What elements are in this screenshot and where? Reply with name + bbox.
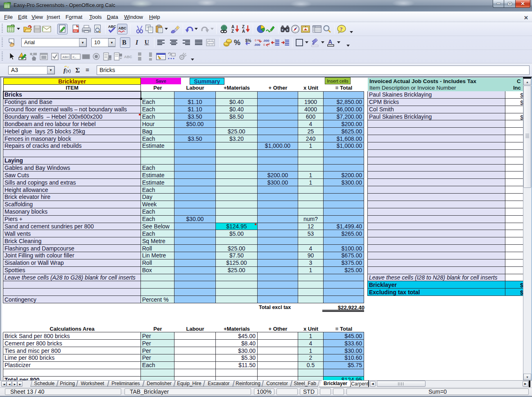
- svg-text:.000: .000: [263, 39, 269, 43]
- svg-text:%: %: [234, 38, 240, 47]
- svg-text:ABC: ABC: [62, 55, 70, 59]
- svg-text:Z: Z: [231, 29, 234, 34]
- svg-text:#,.: #,.: [72, 55, 76, 59]
- svg-text:0: 0: [255, 39, 256, 42]
- svg-text:ABC: ABC: [118, 26, 127, 30]
- svg-text:PDF: PDF: [74, 30, 78, 32]
- svg-text:A: A: [242, 29, 245, 34]
- svg-text:(x): (x): [66, 68, 71, 73]
- svg-text:A: A: [328, 38, 332, 45]
- svg-text:ABC: ABC: [124, 55, 132, 59]
- svg-text:?: ?: [340, 26, 343, 32]
- svg-text:.000: .000: [254, 43, 260, 47]
- svg-text:Z: Z: [242, 25, 244, 29]
- svg-text:$%: $%: [245, 38, 251, 43]
- svg-text:0: 0: [263, 43, 265, 46]
- svg-text:A: A: [231, 25, 234, 29]
- svg-text:ABC: ABC: [108, 25, 116, 29]
